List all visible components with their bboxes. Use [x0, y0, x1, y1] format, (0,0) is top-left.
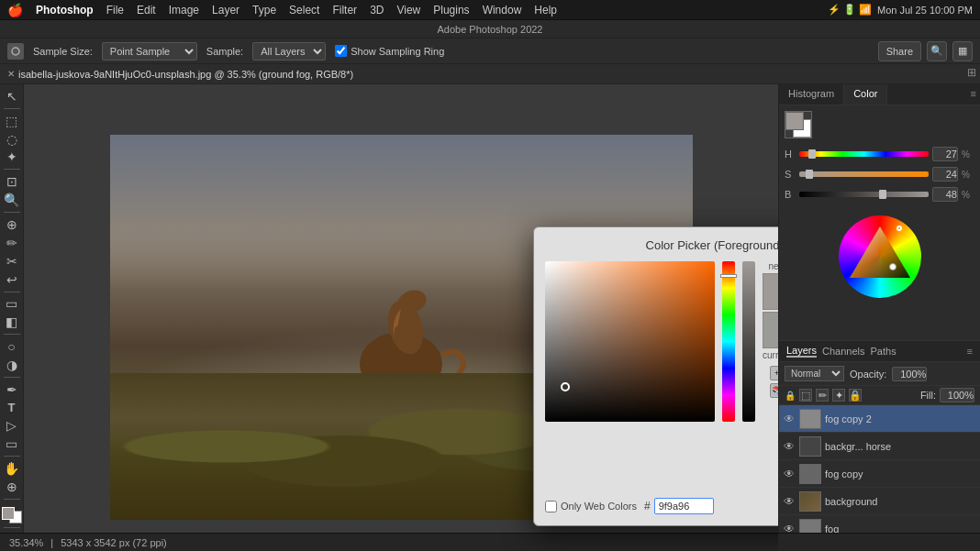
menu-type[interactable]: Type	[252, 4, 276, 17]
move-tool[interactable]: ↖	[2, 88, 22, 105]
history-brush-tool[interactable]: ↩	[2, 271, 22, 288]
gradient-tool[interactable]: ◧	[2, 314, 22, 330]
color-wheel-selection-dot	[889, 263, 896, 270]
sat-value-input[interactable]	[932, 167, 958, 182]
hue-value-input[interactable]	[932, 147, 958, 161]
right-panel: Histogram Color ≡ H	[778, 84, 980, 551]
zoom-tool[interactable]: ⊕	[2, 479, 22, 495]
layers-list: 👁 fog copy 2 👁 backgr... horse 👁 fog cop…	[779, 405, 980, 548]
color-picker-dialog: Color Picker (Foreground Color) new	[533, 226, 778, 526]
eraser-tool[interactable]: ▭	[2, 295, 22, 312]
menu-select[interactable]: Select	[289, 4, 319, 17]
time-display: Mon Jul 25 10:00 PM	[877, 5, 973, 16]
lock-all-btn[interactable]: 🔒	[849, 389, 862, 402]
layer-visibility-icon[interactable]: 👁	[783, 413, 796, 425]
brush-tool[interactable]: ✏	[2, 235, 22, 251]
color-wheel-area	[785, 206, 974, 307]
panel-menu-icon[interactable]: ≡	[967, 84, 980, 105]
sample-select[interactable]: All Layers Current Layer	[252, 42, 326, 61]
layer-thumbnail	[799, 491, 821, 512]
eyedropper-tool[interactable]: 🔍	[2, 192, 22, 208]
layers-panel: Layers Channels Paths ≡ Normal Multiply …	[779, 341, 980, 551]
close-tab-icon[interactable]: ✕	[7, 69, 15, 79]
heal-tool[interactable]: ⊕	[2, 216, 22, 233]
pen-tool[interactable]: ✒	[2, 381, 22, 398]
color-tab[interactable]: Color	[844, 84, 887, 105]
menu-window[interactable]: Window	[483, 4, 522, 17]
lock-transparent-btn[interactable]: ⬚	[799, 389, 812, 402]
layer-visibility-icon[interactable]: 👁	[783, 468, 796, 480]
color-wheel-container	[839, 215, 921, 298]
sat-val-canvas[interactable]	[545, 261, 715, 422]
path-selection-tool[interactable]: ▷	[2, 417, 22, 434]
dodge-tool[interactable]: ◑	[2, 357, 22, 373]
hand-tool[interactable]: ✋	[2, 460, 22, 477]
add-to-swatches-icon[interactable]: +	[770, 366, 778, 380]
menu-help[interactable]: Help	[534, 4, 557, 17]
layer-item[interactable]: 👁 fog copy 2	[779, 405, 980, 433]
layer-visibility-icon[interactable]: 👁	[783, 440, 796, 453]
show-sampling-checkbox[interactable]: Show Sampling Ring	[335, 45, 444, 57]
hex-input[interactable]	[654, 498, 714, 514]
only-web-colors-input[interactable]	[545, 501, 557, 512]
menu-layer[interactable]: Layer	[212, 4, 239, 17]
sat-slider-panel[interactable]	[799, 171, 929, 177]
saturation-value-gradient[interactable]	[545, 261, 715, 422]
only-web-colors-checkbox[interactable]: Only Web Colors	[545, 501, 637, 512]
magic-wand-tool[interactable]: ✦	[2, 149, 22, 166]
color-swatches[interactable]	[2, 507, 22, 523]
search-icon[interactable]: 🔍	[927, 41, 947, 61]
menu-filter[interactable]: Filter	[332, 4, 357, 17]
foreground-color-swatch[interactable]	[2, 507, 15, 520]
panel-expand-icon[interactable]: ⊞	[967, 66, 976, 79]
main-area: ↖ ⬚ ◌ ✦ ⊡ 🔍 ⊕ ✏ ✂ ↩ ▭ ◧ ○ ◑ ✒ T ▷ ▭ ✋ ⊕ …	[0, 84, 980, 551]
sample-size-select[interactable]: Point Sample 3 by 3 Average 5 by 5 Avera…	[102, 42, 197, 61]
type-tool[interactable]: T	[2, 399, 22, 415]
hex-section: #	[644, 498, 714, 514]
alpha-slider[interactable]	[742, 261, 755, 422]
menu-plugins[interactable]: Plugins	[433, 4, 469, 17]
layers-tab[interactable]: Layers	[786, 345, 817, 358]
paths-tab[interactable]: Paths	[871, 346, 896, 357]
lock-position-btn[interactable]: ✦	[832, 389, 845, 402]
arrange-panels-icon[interactable]: ▦	[952, 41, 973, 61]
hue-slider[interactable]	[722, 261, 735, 422]
top-right-panel-controls: Share 🔍 ▦	[878, 41, 973, 61]
layers-panel-header: Layers Channels Paths ≡	[779, 341, 980, 362]
opacity-input[interactable]	[892, 367, 927, 381]
color-wheel[interactable]	[839, 215, 921, 298]
brightness-slider-panel[interactable]	[799, 192, 929, 197]
color-library-icon[interactable]: 📚	[770, 383, 778, 398]
histogram-tab[interactable]: Histogram	[779, 84, 844, 105]
apple-menu[interactable]: 🍎	[7, 3, 23, 17]
fg-bg-color-display[interactable]	[785, 111, 812, 138]
layers-menu-icon[interactable]: ≡	[967, 346, 973, 357]
document-tab[interactable]: isabella-juskova-9aNItHjuOc0-unsplash.jp…	[18, 69, 353, 80]
layer-item[interactable]: 👁 fog copy	[779, 460, 980, 488]
menu-3d[interactable]: 3D	[370, 4, 384, 17]
current-label: current	[763, 350, 778, 360]
crop-tool[interactable]: ⊡	[2, 173, 22, 190]
channels-tab[interactable]: Channels	[822, 346, 864, 357]
share-button[interactable]: Share	[878, 41, 921, 61]
layer-visibility-icon[interactable]: 👁	[783, 495, 796, 508]
menu-view[interactable]: View	[396, 4, 420, 17]
show-sampling-input[interactable]	[335, 45, 347, 57]
selection-tool[interactable]: ⬚	[2, 113, 22, 129]
clone-tool[interactable]: ✂	[2, 253, 22, 270]
sat-channel-row: S %	[785, 166, 974, 182]
brightness-value-input[interactable]	[932, 187, 958, 202]
blend-mode-select[interactable]: Normal Multiply Screen	[785, 366, 844, 381]
shape-tool[interactable]: ▭	[2, 435, 22, 452]
layer-item[interactable]: 👁 background	[779, 488, 980, 515]
layer-item[interactable]: 👁 backgr... horse	[779, 433, 980, 460]
menu-image[interactable]: Image	[169, 4, 199, 17]
menu-edit[interactable]: Edit	[137, 4, 156, 17]
fill-input[interactable]	[940, 388, 974, 402]
blur-tool[interactable]: ○	[2, 338, 22, 355]
hue-slider-panel[interactable]	[799, 151, 929, 157]
toolbar-separator-2	[4, 169, 20, 170]
lasso-tool[interactable]: ◌	[2, 131, 22, 148]
lock-image-btn[interactable]: ✏	[816, 389, 829, 402]
menu-file[interactable]: File	[106, 4, 124, 17]
